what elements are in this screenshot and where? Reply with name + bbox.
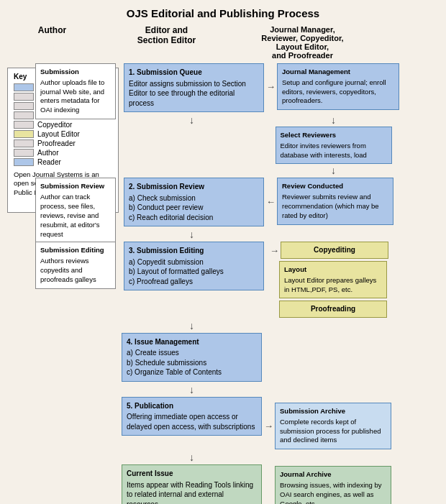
page-title: OJS Editorial and Publishing Process	[7, 7, 439, 19]
key-item-layout-editor: Layout Editor	[14, 130, 112, 138]
key-item-author: Author	[14, 149, 112, 157]
submission-queue-box: 1. Submission Queue Editor assigns submi…	[124, 63, 264, 112]
author-submission-review-box: Submission Review Author can track proce…	[35, 178, 116, 243]
journal-management-box: Journal Management Setup and configure j…	[277, 63, 399, 110]
proofreading-box: Proofreading	[279, 301, 387, 318]
issue-management-box: 4. Issue Management a) Create issues b) …	[122, 333, 262, 382]
copyediting-box: Copyediting	[281, 242, 388, 259]
submission-editing-center-box: 3. Submission Editing a) Copyedit submis…	[124, 242, 264, 290]
key-item-copyeditor: Copyeditor	[14, 121, 112, 129]
col-header-author: Author	[11, 25, 94, 60]
submission-archive-box: Submission Archive Complete records kept…	[275, 403, 391, 449]
page: OJS Editorial and Publishing Process Aut…	[0, 0, 446, 504]
publication-box: 5. Publication Offering immediate open a…	[122, 397, 262, 436]
select-reviewers-box: Select Reviewers Editor invites reviewer…	[276, 127, 392, 164]
current-issue-box: Current Issue Items appear with Reading …	[122, 464, 262, 504]
col-header-editor: Editor andSection Editor	[96, 25, 237, 60]
submission-review-center-box: 2. Submission Review a) Check submission…	[124, 178, 264, 226]
layout-box: Layout Layout Editor prepares galleys in…	[279, 261, 387, 298]
col-header-roles: Journal Manager,Reviewer, Copyeditor,Lay…	[240, 25, 365, 60]
key-item-proofreader: Proofreader	[14, 139, 112, 147]
key-item-reader: Reader	[14, 158, 112, 166]
review-conducted-box: Review Conducted Reviewer submits review…	[277, 178, 393, 224]
author-submission-box: Submission Author uploads file to journa…	[35, 63, 116, 119]
author-submission-editing-box: Submission Editing Authors reviews copye…	[35, 242, 116, 288]
journal-archive-box: Journal Archive Browsing issues, with in…	[275, 466, 391, 504]
